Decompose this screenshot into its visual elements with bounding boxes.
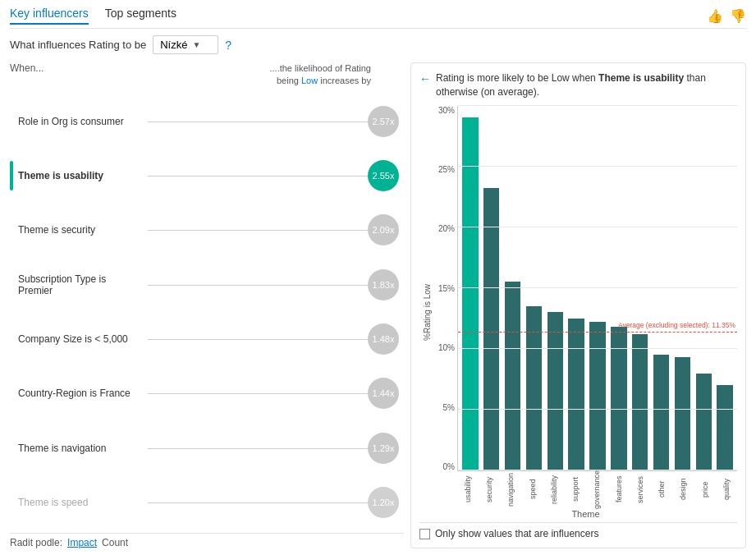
influencers-only-checkbox[interactable] (419, 529, 430, 539)
chart-header: ← Rating is more likely to be Low when T… (419, 71, 737, 99)
bar-line (148, 176, 379, 177)
bar-line-container: 1.20x (148, 502, 397, 503)
influencer-item[interactable]: Subscription Type is Premier 1.83x (10, 258, 404, 312)
y-axis-label: %Rating is Low (423, 284, 432, 341)
bar (675, 357, 690, 470)
x-label: navigation (500, 471, 521, 507)
chart-title: Rating is more likely to be Low when The… (436, 71, 737, 99)
grid-line (458, 348, 737, 349)
grid-line (458, 287, 737, 288)
bar-line-container: 1.48x (148, 338, 397, 340)
bar-line-container: 1.44x (148, 392, 397, 394)
average-label: Average (excluding selected): 11.35% (618, 321, 735, 329)
influencer-item[interactable]: Country-Region is France 1.44x (10, 366, 404, 420)
influencer-label: Country-Region is France (10, 388, 141, 399)
influencer-label: Subscription Type is Premier (10, 273, 141, 296)
tab-top-segments[interactable]: Top segments (105, 7, 176, 25)
y-tick: 10% (434, 343, 455, 352)
average-line: Average (excluding selected): 11.35% (458, 332, 737, 333)
bubble: 1.29x (368, 433, 399, 464)
thumbs-down-icon[interactable]: 👎 (730, 8, 746, 24)
bar-group[interactable] (524, 106, 545, 470)
bar-line (148, 122, 379, 122)
tab-key-influencers[interactable]: Key influencers (10, 7, 89, 25)
checkbox-label: Only show values that are influencers (435, 528, 598, 539)
influencer-item[interactable]: Company Size is < 5,000 1.48x (10, 312, 404, 366)
bar-group[interactable] (608, 106, 630, 470)
bar-group[interactable] (544, 106, 566, 470)
sort-label: Radit podle: (10, 537, 62, 548)
grid-line (458, 105, 737, 106)
x-label: quality (716, 471, 737, 507)
influencer-item[interactable]: Role in Org is consumer 2.57x (10, 94, 404, 149)
x-label: reliability (543, 471, 565, 507)
x-label: design (672, 471, 694, 507)
right-panel: ← Rating is more likely to be Low when T… (410, 62, 746, 548)
sort-count[interactable]: Count (102, 537, 128, 548)
column-headers: When... ....the likelihood of Rating bei… (10, 62, 404, 88)
bar-group[interactable] (587, 106, 608, 470)
bar-group[interactable] (693, 106, 714, 470)
filter-value: Nízké (160, 39, 187, 51)
checkbox-row: Only show values that are influencers (419, 522, 737, 539)
thumbs-up-icon[interactable]: 👍 (707, 8, 723, 24)
bar (548, 312, 563, 470)
influencer-label: Company Size is < 5,000 (10, 333, 141, 345)
filter-dropdown[interactable]: Nízké ▼ (153, 35, 218, 54)
bar (483, 188, 499, 470)
bar-group[interactable] (481, 106, 502, 470)
bar-group[interactable] (630, 106, 651, 470)
x-label: other (651, 471, 672, 507)
selected-indicator (10, 161, 13, 190)
influencer-item[interactable]: Theme is speed 1.20x (10, 475, 404, 530)
sort-impact[interactable]: Impact (67, 537, 97, 548)
bar-line-container: 1.29x (148, 447, 397, 449)
influencer-label: Theme is speed (10, 497, 141, 508)
bar (653, 355, 669, 470)
bar-line-container: 2.09x (148, 229, 397, 231)
dropdown-arrow-icon: ▼ (192, 40, 200, 49)
influencers-list: Role in Org is consumer 2.57x Theme is u… (10, 94, 404, 530)
y-tick: 25% (434, 165, 455, 174)
back-arrow-icon[interactable]: ← (419, 72, 431, 85)
x-label: speed (522, 471, 543, 507)
bar-group[interactable] (714, 106, 735, 470)
x-label: usability (457, 471, 479, 507)
bar-group[interactable] (502, 106, 524, 470)
influencer-label: Theme is security (10, 224, 141, 236)
bar (632, 334, 648, 470)
bar-line-container: 1.83x (148, 284, 397, 286)
influencer-item[interactable]: Theme is usability 2.55x (10, 149, 404, 203)
main-content: When... ....the likelihood of Rating bei… (10, 62, 746, 548)
col-likelihood-label: ....the likelihood of Rating being Low i… (269, 62, 371, 88)
bar-line (148, 285, 379, 286)
bar-group[interactable] (460, 106, 481, 470)
bar-line (148, 448, 379, 449)
bar-group[interactable] (566, 106, 587, 470)
bar-line (148, 393, 379, 394)
bubble: 1.83x (368, 269, 399, 300)
bar (717, 385, 732, 470)
help-icon[interactable]: ? (225, 39, 231, 52)
influencer-item[interactable]: Theme is navigation 1.29x (10, 420, 404, 475)
influencer-item[interactable]: Theme is security 2.09x (10, 203, 404, 257)
influencer-label: Role in Org is consumer (10, 116, 141, 127)
x-axis-title: Theme (434, 509, 737, 519)
bar (568, 319, 584, 470)
bar-line-container: 2.57x (148, 121, 397, 122)
x-label: features (608, 471, 630, 507)
influencer-label: Theme is usability (10, 170, 141, 181)
bubble: 1.48x (368, 323, 399, 355)
tabs-row: Key influencers Top segments 👍 👎 (10, 7, 746, 29)
chart-area: %Rating is Low 0%5%10%15%20%25%30% Avera… (419, 106, 737, 519)
x-label: security (479, 471, 500, 507)
bar-line (148, 339, 379, 340)
grid-line (458, 409, 737, 410)
bar-group[interactable] (651, 106, 672, 470)
bar-line (148, 230, 379, 231)
y-tick: 15% (434, 284, 455, 293)
sort-row: Radit podle: Impact Count (10, 533, 404, 548)
bar-group[interactable] (671, 106, 693, 470)
filter-label: What influences Rating to be (10, 39, 146, 51)
bubble: 2.09x (368, 214, 399, 245)
